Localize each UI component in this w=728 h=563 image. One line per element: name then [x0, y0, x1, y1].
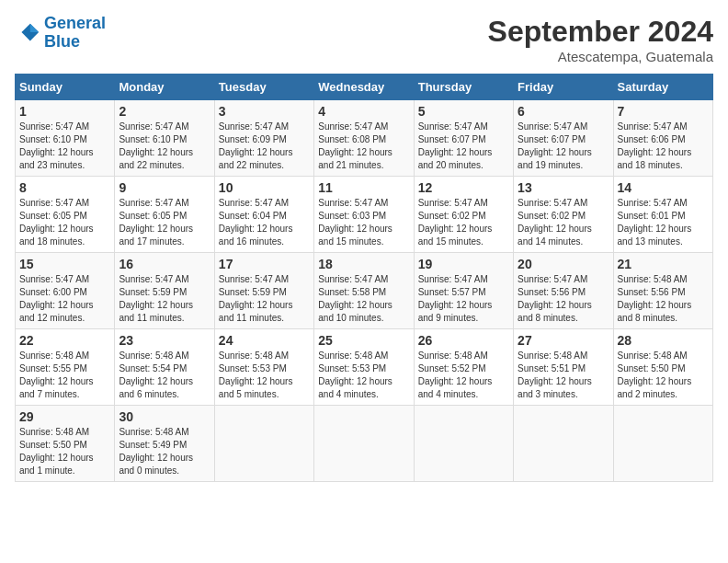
day-number: 6 [518, 104, 609, 119]
day-number: 19 [418, 257, 509, 271]
week-row-4: 22 Sunrise: 5:48 AM Sunset: 5:55 PM Dayl… [16, 329, 713, 406]
cell-day-4: 4 Sunrise: 5:47 AM Sunset: 6:08 PM Dayli… [314, 100, 414, 177]
week-row-2: 8 Sunrise: 5:47 AM Sunset: 6:05 PM Dayli… [16, 177, 713, 253]
title-block: September 2024 Atescatempa, Guatemala [488, 15, 713, 64]
cell-day-27: 27 Sunrise: 5:48 AM Sunset: 5:51 PM Dayl… [514, 329, 613, 406]
day-info: Sunrise: 5:48 AM Sunset: 5:49 PM Dayligh… [119, 426, 210, 477]
day-info: Sunrise: 5:47 AM Sunset: 6:05 PM Dayligh… [19, 197, 110, 248]
day-number: 9 [119, 180, 210, 195]
day-number: 21 [618, 257, 709, 271]
svg-marker-1 [30, 24, 39, 32]
day-info: Sunrise: 5:48 AM Sunset: 5:52 PM Dayligh… [418, 350, 509, 401]
col-tuesday: Tuesday [214, 75, 313, 100]
header-row: Sunday Monday Tuesday Wednesday Thursday… [16, 75, 713, 100]
day-info: Sunrise: 5:47 AM Sunset: 6:05 PM Dayligh… [119, 197, 210, 248]
cell-day-1: 1 Sunrise: 5:47 AM Sunset: 6:10 PM Dayli… [16, 100, 115, 177]
day-number: 12 [418, 180, 509, 195]
col-sunday: Sunday [16, 75, 115, 100]
cell-day-empty [314, 406, 414, 482]
day-number: 11 [318, 180, 409, 195]
cell-day-18: 18 Sunrise: 5:47 AM Sunset: 5:58 PM Dayl… [314, 253, 414, 329]
day-number: 10 [219, 180, 310, 195]
cell-day-6: 6 Sunrise: 5:47 AM Sunset: 6:07 PM Dayli… [514, 100, 613, 177]
day-info: Sunrise: 5:47 AM Sunset: 6:10 PM Dayligh… [119, 121, 210, 172]
cell-day-empty [414, 406, 513, 482]
week-row-3: 15 Sunrise: 5:47 AM Sunset: 6:00 PM Dayl… [16, 253, 713, 329]
day-info: Sunrise: 5:47 AM Sunset: 5:57 PM Dayligh… [418, 273, 509, 325]
cell-day-20: 20 Sunrise: 5:47 AM Sunset: 5:56 PM Dayl… [514, 253, 613, 329]
cell-day-22: 22 Sunrise: 5:48 AM Sunset: 5:55 PM Dayl… [16, 329, 115, 406]
day-info: Sunrise: 5:47 AM Sunset: 6:09 PM Dayligh… [219, 121, 310, 172]
cell-day-28: 28 Sunrise: 5:48 AM Sunset: 5:50 PM Dayl… [613, 329, 712, 406]
cell-day-21: 21 Sunrise: 5:48 AM Sunset: 5:56 PM Dayl… [613, 253, 712, 329]
day-info: Sunrise: 5:47 AM Sunset: 5:58 PM Dayligh… [318, 273, 409, 325]
week-row-5: 29 Sunrise: 5:48 AM Sunset: 5:50 PM Dayl… [16, 406, 713, 482]
day-info: Sunrise: 5:48 AM Sunset: 5:53 PM Dayligh… [318, 350, 409, 401]
cell-day-23: 23 Sunrise: 5:48 AM Sunset: 5:54 PM Dayl… [115, 329, 214, 406]
col-monday: Monday [115, 75, 214, 100]
day-info: Sunrise: 5:48 AM Sunset: 5:55 PM Dayligh… [19, 350, 110, 401]
day-number: 8 [19, 180, 110, 195]
day-number: 27 [518, 333, 609, 348]
day-number: 14 [618, 180, 709, 195]
week-row-1: 1 Sunrise: 5:47 AM Sunset: 6:10 PM Dayli… [16, 100, 713, 177]
cell-day-10: 10 Sunrise: 5:47 AM Sunset: 6:04 PM Dayl… [214, 177, 313, 253]
cell-day-3: 3 Sunrise: 5:47 AM Sunset: 6:09 PM Dayli… [214, 100, 313, 177]
day-info: Sunrise: 5:47 AM Sunset: 6:04 PM Dayligh… [219, 197, 310, 248]
cell-day-17: 17 Sunrise: 5:47 AM Sunset: 5:59 PM Dayl… [214, 253, 313, 329]
col-thursday: Thursday [414, 75, 513, 100]
day-number: 4 [318, 104, 409, 119]
subtitle: Atescatempa, Guatemala [488, 49, 713, 64]
col-friday: Friday [514, 75, 613, 100]
day-number: 23 [119, 333, 210, 348]
day-info: Sunrise: 5:47 AM Sunset: 6:07 PM Dayligh… [418, 121, 509, 172]
day-number: 26 [418, 333, 509, 348]
day-info: Sunrise: 5:48 AM Sunset: 5:54 PM Dayligh… [119, 350, 210, 401]
cell-day-14: 14 Sunrise: 5:47 AM Sunset: 6:01 PM Dayl… [613, 177, 712, 253]
day-info: Sunrise: 5:47 AM Sunset: 6:02 PM Dayligh… [518, 197, 609, 248]
day-info: Sunrise: 5:48 AM Sunset: 5:53 PM Dayligh… [219, 350, 310, 401]
day-info: Sunrise: 5:47 AM Sunset: 6:06 PM Dayligh… [618, 121, 709, 172]
cell-day-16: 16 Sunrise: 5:47 AM Sunset: 5:59 PM Dayl… [115, 253, 214, 329]
cell-day-9: 9 Sunrise: 5:47 AM Sunset: 6:05 PM Dayli… [115, 177, 214, 253]
col-saturday: Saturday [613, 75, 712, 100]
day-info: Sunrise: 5:48 AM Sunset: 5:50 PM Dayligh… [618, 350, 709, 401]
day-number: 18 [318, 257, 409, 271]
day-info: Sunrise: 5:47 AM Sunset: 6:00 PM Dayligh… [19, 273, 110, 325]
logo-text: GeneralBlue [44, 15, 106, 52]
day-number: 28 [618, 333, 709, 348]
cell-day-11: 11 Sunrise: 5:47 AM Sunset: 6:03 PM Dayl… [314, 177, 414, 253]
cell-day-26: 26 Sunrise: 5:48 AM Sunset: 5:52 PM Dayl… [414, 329, 513, 406]
day-info: Sunrise: 5:47 AM Sunset: 6:08 PM Dayligh… [318, 121, 409, 172]
day-number: 3 [219, 104, 310, 119]
day-number: 20 [518, 257, 609, 271]
day-number: 7 [618, 104, 709, 119]
day-info: Sunrise: 5:47 AM Sunset: 6:02 PM Dayligh… [418, 197, 509, 248]
cell-day-24: 24 Sunrise: 5:48 AM Sunset: 5:53 PM Dayl… [214, 329, 313, 406]
cell-day-19: 19 Sunrise: 5:47 AM Sunset: 5:57 PM Dayl… [414, 253, 513, 329]
day-number: 13 [518, 180, 609, 195]
day-number: 22 [19, 333, 110, 348]
day-number: 17 [219, 257, 310, 271]
day-info: Sunrise: 5:47 AM Sunset: 5:59 PM Dayligh… [119, 273, 210, 325]
day-number: 29 [19, 409, 110, 424]
day-info: Sunrise: 5:47 AM Sunset: 6:01 PM Dayligh… [618, 197, 709, 248]
cell-day-30: 30 Sunrise: 5:48 AM Sunset: 5:49 PM Dayl… [115, 406, 214, 482]
day-info: Sunrise: 5:47 AM Sunset: 5:59 PM Dayligh… [219, 273, 310, 325]
cell-day-15: 15 Sunrise: 5:47 AM Sunset: 6:00 PM Dayl… [16, 253, 115, 329]
day-number: 1 [19, 104, 110, 119]
day-info: Sunrise: 5:48 AM Sunset: 5:51 PM Dayligh… [518, 350, 609, 401]
cell-day-29: 29 Sunrise: 5:48 AM Sunset: 5:50 PM Dayl… [16, 406, 115, 482]
cell-day-8: 8 Sunrise: 5:47 AM Sunset: 6:05 PM Dayli… [16, 177, 115, 253]
day-info: Sunrise: 5:47 AM Sunset: 5:56 PM Dayligh… [518, 273, 609, 325]
day-info: Sunrise: 5:47 AM Sunset: 6:10 PM Dayligh… [19, 121, 110, 172]
day-number: 25 [318, 333, 409, 348]
day-number: 30 [119, 409, 210, 424]
calendar-table: Sunday Monday Tuesday Wednesday Thursday… [15, 74, 713, 482]
cell-day-2: 2 Sunrise: 5:47 AM Sunset: 6:10 PM Dayli… [115, 100, 214, 177]
cell-day-5: 5 Sunrise: 5:47 AM Sunset: 6:07 PM Dayli… [414, 100, 513, 177]
day-number: 2 [119, 104, 210, 119]
day-info: Sunrise: 5:48 AM Sunset: 5:50 PM Dayligh… [19, 426, 110, 477]
day-number: 16 [119, 257, 210, 271]
col-wednesday: Wednesday [314, 75, 414, 100]
